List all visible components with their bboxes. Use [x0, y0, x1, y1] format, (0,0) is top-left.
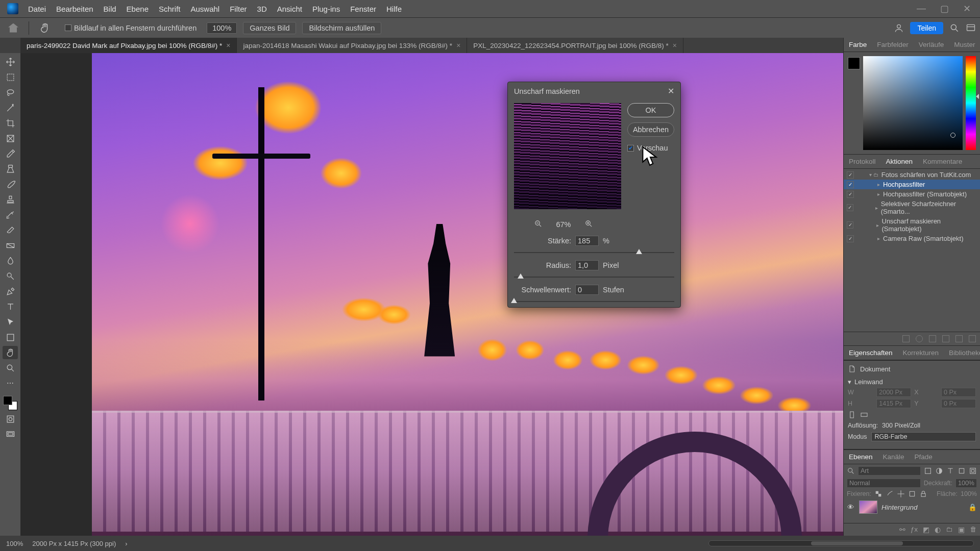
- chevron-down-icon[interactable]: ▾: [848, 378, 851, 386]
- new-action-icon[interactable]: [955, 335, 963, 342]
- marquee-tool[interactable]: [3, 70, 18, 84]
- action-row[interactable]: ✓ ▸ Unscharf maskieren (Smartobjekt): [844, 216, 980, 234]
- doc-tab-2[interactable]: PXL_20230422_122623454.PORTRAIT.jpg bei …: [467, 38, 683, 53]
- lock-transparent-icon[interactable]: [874, 490, 883, 498]
- layer-lock-icon[interactable]: 🔒: [968, 503, 977, 511]
- scroll-all-windows-checkbox[interactable]: Bildlauf in allen Fenstern durchführen: [61, 23, 201, 33]
- threshold-slider[interactable]: [514, 297, 674, 306]
- crop-tool[interactable]: [3, 116, 18, 130]
- frame-tool[interactable]: [3, 132, 18, 145]
- action-row[interactable]: ✓ ▸ Hochpassfilter (Smartobjekt): [844, 189, 980, 199]
- new-set-icon[interactable]: [942, 335, 949, 342]
- gradient-tool[interactable]: [3, 239, 18, 252]
- zoom-out-icon[interactable]: [534, 219, 543, 230]
- visibility-toggle[interactable]: ✓: [847, 235, 854, 242]
- tab-gradients[interactable]: Verläufe: [914, 38, 949, 52]
- visibility-toggle[interactable]: ✓: [847, 191, 854, 198]
- brush-tool[interactable]: [3, 178, 18, 191]
- layer-row[interactable]: 👁 Hintergrund 🔒: [844, 499, 980, 515]
- menu-type[interactable]: Schrift: [154, 3, 185, 15]
- maximize-icon[interactable]: ▢: [940, 3, 949, 14]
- radius-input[interactable]: 1,0: [575, 260, 599, 270]
- visibility-toggle[interactable]: ✓: [847, 204, 853, 211]
- strength-slider[interactable]: [514, 248, 674, 257]
- trash-icon[interactable]: [969, 335, 976, 342]
- history-brush-tool[interactable]: [3, 208, 18, 221]
- menu-file[interactable]: Datei: [23, 3, 51, 15]
- mode-select[interactable]: RGB-Farbe: [871, 432, 976, 441]
- zoom-tool[interactable]: [3, 361, 18, 374]
- tab-adjustments[interactable]: Korrekturen: [898, 346, 944, 360]
- menu-image[interactable]: Bild: [99, 3, 121, 15]
- filter-adjust-icon[interactable]: [935, 467, 943, 475]
- visibility-toggle[interactable]: ✓: [847, 171, 854, 179]
- close-tab-icon[interactable]: ×: [226, 41, 230, 49]
- status-zoom[interactable]: 100%: [6, 540, 23, 547]
- color-picker[interactable]: [844, 52, 980, 154]
- fill-field[interactable]: 100%: [961, 490, 977, 497]
- record-icon[interactable]: [916, 335, 923, 342]
- eyedropper-tool[interactable]: [3, 147, 18, 160]
- fg-bg-color[interactable]: [3, 396, 17, 410]
- mask-icon[interactable]: ◩: [923, 525, 929, 534]
- blend-mode-select[interactable]: Normal: [847, 479, 921, 488]
- path-select-tool[interactable]: [3, 315, 18, 329]
- close-tab-icon[interactable]: ×: [673, 41, 677, 49]
- horizontal-scrollbar[interactable]: [708, 540, 974, 546]
- menu-filter[interactable]: Filter: [225, 3, 251, 15]
- home-icon[interactable]: [8, 23, 18, 33]
- dim-x-field[interactable]: 0 Px: [941, 388, 976, 397]
- search-icon[interactable]: [949, 23, 960, 33]
- opacity-field[interactable]: 100%: [955, 479, 977, 488]
- tab-properties[interactable]: Eigenschaften: [844, 346, 898, 360]
- dim-y-field[interactable]: 0 Px: [941, 399, 976, 408]
- dialog-titlebar[interactable]: Unscharf maskieren ✕: [508, 82, 680, 100]
- layer-kind-select[interactable]: Art: [858, 466, 921, 475]
- hand-tool-icon[interactable]: [39, 22, 51, 34]
- hue-slider[interactable]: [966, 56, 976, 150]
- menu-view[interactable]: Ansicht: [273, 3, 307, 15]
- menu-edit[interactable]: Bearbeiten: [52, 3, 98, 15]
- color-swatch[interactable]: [848, 57, 860, 69]
- close-icon[interactable]: ✕: [963, 3, 971, 14]
- zoom-in-icon[interactable]: [584, 219, 593, 230]
- fx-icon[interactable]: ƒx: [911, 525, 918, 534]
- eraser-tool[interactable]: [3, 223, 18, 237]
- tab-patterns[interactable]: Muster: [949, 38, 980, 52]
- hand-tool[interactable]: [3, 346, 18, 359]
- heal-tool[interactable]: [3, 162, 18, 176]
- cancel-button[interactable]: Abbrechen: [627, 122, 674, 137]
- tab-swatches[interactable]: Farbfelder: [872, 38, 914, 52]
- fit-screen-button[interactable]: Bildschirm ausfüllen: [302, 22, 381, 34]
- type-tool[interactable]: [3, 300, 18, 313]
- canvas-area[interactable]: [20, 53, 843, 536]
- workspace-icon[interactable]: [966, 23, 976, 33]
- link-layers-icon[interactable]: ⚯: [899, 525, 905, 534]
- doc-tab-0[interactable]: paris-2499022 David Mark auf Pixabay.jpg…: [20, 38, 237, 53]
- screenmode-tool[interactable]: [3, 428, 18, 441]
- tab-color[interactable]: Farbe: [844, 38, 872, 52]
- tab-history[interactable]: Protokoll: [844, 155, 881, 168]
- action-row[interactable]: ✓ ▸ Camera Raw (Smartobjekt): [844, 234, 980, 243]
- layer-visibility-icon[interactable]: 👁: [847, 504, 855, 511]
- tab-paths[interactable]: Pfade: [910, 450, 938, 464]
- blur-tool[interactable]: [3, 254, 18, 267]
- dodge-tool[interactable]: [3, 269, 18, 283]
- group-icon[interactable]: 🗀: [946, 525, 953, 534]
- lock-brush-icon[interactable]: [886, 490, 894, 498]
- layer-name[interactable]: Hintergrund: [881, 504, 918, 511]
- action-set-row[interactable]: ✓ ▾ 🗀 Fotos schärfen von TutKit.com: [844, 170, 980, 180]
- filter-type-icon[interactable]: [946, 467, 954, 475]
- user-icon[interactable]: [894, 23, 904, 33]
- whole-image-button[interactable]: Ganzes Bild: [243, 22, 296, 34]
- visibility-toggle[interactable]: ✓: [847, 221, 853, 229]
- visibility-toggle[interactable]: ✓: [847, 181, 854, 188]
- filter-smart-icon[interactable]: [969, 467, 977, 475]
- tab-actions[interactable]: Aktionen: [881, 155, 918, 168]
- radius-slider[interactable]: [514, 272, 674, 282]
- menu-help[interactable]: Hilfe: [382, 3, 406, 15]
- layer-thumbnail[interactable]: [859, 500, 877, 514]
- adjustment-icon[interactable]: ◐: [935, 525, 941, 534]
- share-button[interactable]: Teilen: [910, 22, 943, 34]
- tab-layers[interactable]: Ebenen: [844, 450, 878, 464]
